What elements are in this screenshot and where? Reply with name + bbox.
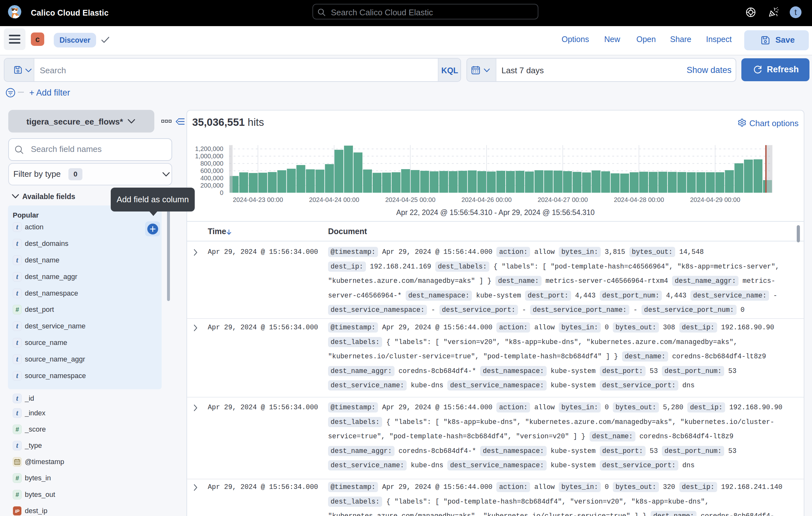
svg-text:2024-04-25 00:00: 2024-04-25 00:00 [385, 196, 436, 203]
svg-text:2024-04-27 00:00: 2024-04-27 00:00 [538, 196, 588, 203]
svg-text:0: 0 [220, 189, 223, 196]
svg-text:1,000,000: 1,000,000 [195, 153, 223, 160]
svg-text:2024-04-29 00:00: 2024-04-29 00:00 [690, 196, 741, 203]
svg-text:1,200,000: 1,200,000 [195, 145, 223, 152]
svg-text:800,000: 800,000 [200, 160, 223, 167]
svg-text:2024-04-28 00:00: 2024-04-28 00:00 [614, 196, 664, 203]
svg-text:600,000: 600,000 [200, 167, 223, 174]
svg-text:400,000: 400,000 [200, 174, 223, 182]
svg-text:2024-04-24 00:00: 2024-04-24 00:00 [309, 196, 359, 203]
svg-text:200,000: 200,000 [200, 182, 223, 189]
svg-text:2024-04-26 00:00: 2024-04-26 00:00 [461, 196, 512, 203]
svg-text:2024-04-23 00:00: 2024-04-23 00:00 [233, 196, 283, 203]
